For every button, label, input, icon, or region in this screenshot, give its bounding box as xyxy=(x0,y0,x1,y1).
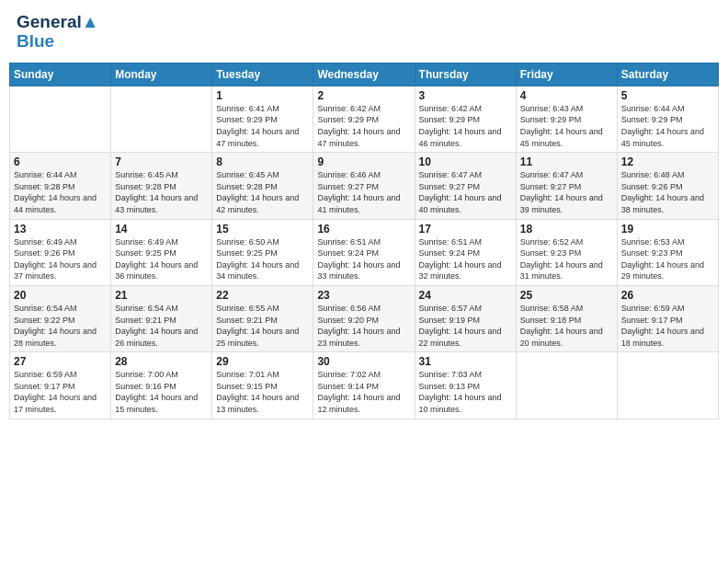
day-number: 14 xyxy=(115,223,208,236)
day-number: 29 xyxy=(216,355,309,368)
calendar-week-row: 20Sunrise: 6:54 AM Sunset: 9:22 PM Dayli… xyxy=(10,285,719,351)
day-number: 7 xyxy=(115,155,208,168)
day-number: 21 xyxy=(115,289,208,302)
calendar-week-row: 13Sunrise: 6:49 AM Sunset: 9:26 PM Dayli… xyxy=(10,219,719,285)
day-info: Sunrise: 6:51 AM Sunset: 9:24 PM Dayligh… xyxy=(317,236,410,282)
day-info: Sunrise: 6:47 AM Sunset: 9:27 PM Dayligh… xyxy=(419,169,512,215)
day-number: 23 xyxy=(317,289,410,302)
day-number: 10 xyxy=(419,155,512,168)
calendar-day-cell: 22Sunrise: 6:55 AM Sunset: 9:21 PM Dayli… xyxy=(212,285,313,351)
calendar-day-cell: 4Sunrise: 6:43 AM Sunset: 9:29 PM Daylig… xyxy=(516,86,617,152)
calendar-day-cell: 29Sunrise: 7:01 AM Sunset: 9:15 PM Dayli… xyxy=(212,352,313,419)
logo-text-blue: Blue xyxy=(17,32,99,52)
logo: General▲ Blue xyxy=(17,13,99,52)
day-info: Sunrise: 7:03 AM Sunset: 9:13 PM Dayligh… xyxy=(419,369,512,415)
day-number: 22 xyxy=(216,289,309,302)
day-of-week-header: Tuesday xyxy=(212,63,313,86)
day-info: Sunrise: 6:44 AM Sunset: 9:28 PM Dayligh… xyxy=(14,169,107,215)
day-of-week-header: Friday xyxy=(516,63,617,86)
day-info: Sunrise: 6:56 AM Sunset: 9:20 PM Dayligh… xyxy=(317,303,410,349)
day-number: 26 xyxy=(621,289,714,302)
day-of-week-header: Monday xyxy=(111,63,212,86)
day-number: 9 xyxy=(317,155,410,168)
calendar-day-cell: 16Sunrise: 6:51 AM Sunset: 9:24 PM Dayli… xyxy=(313,219,415,285)
day-info: Sunrise: 7:02 AM Sunset: 9:14 PM Dayligh… xyxy=(317,369,410,415)
calendar-table: SundayMondayTuesdayWednesdayThursdayFrid… xyxy=(9,63,719,419)
page-header: General▲ Blue xyxy=(9,9,719,55)
day-number: 19 xyxy=(621,223,714,236)
day-info: Sunrise: 6:45 AM Sunset: 9:28 PM Dayligh… xyxy=(115,169,208,215)
calendar-day-cell: 23Sunrise: 6:56 AM Sunset: 9:20 PM Dayli… xyxy=(313,285,415,351)
day-info: Sunrise: 6:54 AM Sunset: 9:21 PM Dayligh… xyxy=(115,303,208,349)
day-number: 20 xyxy=(14,289,107,302)
day-info: Sunrise: 6:49 AM Sunset: 9:26 PM Dayligh… xyxy=(14,236,107,282)
day-number: 11 xyxy=(520,155,613,168)
day-number: 6 xyxy=(14,155,107,168)
day-info: Sunrise: 6:51 AM Sunset: 9:24 PM Dayligh… xyxy=(419,236,512,282)
calendar-day-cell: 8Sunrise: 6:45 AM Sunset: 9:28 PM Daylig… xyxy=(212,153,313,219)
day-info: Sunrise: 6:57 AM Sunset: 9:19 PM Dayligh… xyxy=(419,303,512,349)
calendar-day-cell: 13Sunrise: 6:49 AM Sunset: 9:26 PM Dayli… xyxy=(10,219,111,285)
day-info: Sunrise: 6:44 AM Sunset: 9:29 PM Dayligh… xyxy=(621,103,714,149)
day-number: 5 xyxy=(621,89,714,102)
day-info: Sunrise: 7:01 AM Sunset: 9:15 PM Dayligh… xyxy=(216,369,309,415)
day-info: Sunrise: 7:00 AM Sunset: 9:16 PM Dayligh… xyxy=(115,369,208,415)
day-number: 2 xyxy=(317,89,410,102)
day-number: 1 xyxy=(216,89,309,102)
day-info: Sunrise: 6:41 AM Sunset: 9:29 PM Dayligh… xyxy=(216,103,309,149)
day-number: 17 xyxy=(419,223,512,236)
calendar-week-row: 1Sunrise: 6:41 AM Sunset: 9:29 PM Daylig… xyxy=(10,86,719,152)
day-info: Sunrise: 6:47 AM Sunset: 9:27 PM Dayligh… xyxy=(520,169,613,215)
day-info: Sunrise: 6:54 AM Sunset: 9:22 PM Dayligh… xyxy=(14,303,107,349)
calendar-day-cell: 17Sunrise: 6:51 AM Sunset: 9:24 PM Dayli… xyxy=(415,219,516,285)
day-info: Sunrise: 6:59 AM Sunset: 9:17 PM Dayligh… xyxy=(621,303,714,349)
calendar-day-cell: 28Sunrise: 7:00 AM Sunset: 9:16 PM Dayli… xyxy=(111,352,212,419)
calendar-day-cell: 10Sunrise: 6:47 AM Sunset: 9:27 PM Dayli… xyxy=(415,153,516,219)
calendar-week-row: 6Sunrise: 6:44 AM Sunset: 9:28 PM Daylig… xyxy=(10,153,719,219)
day-info: Sunrise: 6:42 AM Sunset: 9:29 PM Dayligh… xyxy=(317,103,410,149)
day-info: Sunrise: 6:50 AM Sunset: 9:25 PM Dayligh… xyxy=(216,236,309,282)
day-number: 3 xyxy=(419,89,512,102)
calendar-day-cell: 30Sunrise: 7:02 AM Sunset: 9:14 PM Dayli… xyxy=(313,352,415,419)
day-number: 4 xyxy=(520,89,613,102)
calendar-day-cell xyxy=(111,86,212,152)
day-info: Sunrise: 6:55 AM Sunset: 9:21 PM Dayligh… xyxy=(216,303,309,349)
calendar-day-cell: 2Sunrise: 6:42 AM Sunset: 9:29 PM Daylig… xyxy=(313,86,415,152)
calendar-header-row: SundayMondayTuesdayWednesdayThursdayFrid… xyxy=(10,63,719,86)
day-number: 16 xyxy=(317,223,410,236)
day-info: Sunrise: 6:53 AM Sunset: 9:23 PM Dayligh… xyxy=(621,236,714,282)
calendar-day-cell: 3Sunrise: 6:42 AM Sunset: 9:29 PM Daylig… xyxy=(415,86,516,152)
day-info: Sunrise: 6:43 AM Sunset: 9:29 PM Dayligh… xyxy=(520,103,613,149)
calendar-day-cell xyxy=(10,86,111,152)
day-number: 28 xyxy=(115,355,208,368)
day-info: Sunrise: 6:52 AM Sunset: 9:23 PM Dayligh… xyxy=(520,236,613,282)
calendar-week-row: 27Sunrise: 6:59 AM Sunset: 9:17 PM Dayli… xyxy=(10,352,719,419)
calendar-day-cell: 7Sunrise: 6:45 AM Sunset: 9:28 PM Daylig… xyxy=(111,153,212,219)
calendar-day-cell: 24Sunrise: 6:57 AM Sunset: 9:19 PM Dayli… xyxy=(415,285,516,351)
day-info: Sunrise: 6:42 AM Sunset: 9:29 PM Dayligh… xyxy=(419,103,512,149)
calendar-day-cell: 5Sunrise: 6:44 AM Sunset: 9:29 PM Daylig… xyxy=(617,86,718,152)
day-info: Sunrise: 6:58 AM Sunset: 9:18 PM Dayligh… xyxy=(520,303,613,349)
calendar-day-cell: 27Sunrise: 6:59 AM Sunset: 9:17 PM Dayli… xyxy=(10,352,111,419)
day-number: 18 xyxy=(520,223,613,236)
calendar-day-cell: 6Sunrise: 6:44 AM Sunset: 9:28 PM Daylig… xyxy=(10,153,111,219)
day-info: Sunrise: 6:48 AM Sunset: 9:26 PM Dayligh… xyxy=(621,169,714,215)
day-info: Sunrise: 6:45 AM Sunset: 9:28 PM Dayligh… xyxy=(216,169,309,215)
calendar-day-cell: 11Sunrise: 6:47 AM Sunset: 9:27 PM Dayli… xyxy=(516,153,617,219)
day-number: 31 xyxy=(419,355,512,368)
day-number: 24 xyxy=(419,289,512,302)
day-of-week-header: Sunday xyxy=(10,63,111,86)
day-info: Sunrise: 6:59 AM Sunset: 9:17 PM Dayligh… xyxy=(14,369,107,415)
day-number: 8 xyxy=(216,155,309,168)
calendar-day-cell: 14Sunrise: 6:49 AM Sunset: 9:25 PM Dayli… xyxy=(111,219,212,285)
calendar-day-cell xyxy=(617,352,718,419)
calendar-day-cell: 12Sunrise: 6:48 AM Sunset: 9:26 PM Dayli… xyxy=(617,153,718,219)
calendar-day-cell: 20Sunrise: 6:54 AM Sunset: 9:22 PM Dayli… xyxy=(10,285,111,351)
calendar-day-cell: 9Sunrise: 6:46 AM Sunset: 9:27 PM Daylig… xyxy=(313,153,415,219)
calendar-day-cell: 21Sunrise: 6:54 AM Sunset: 9:21 PM Dayli… xyxy=(111,285,212,351)
day-number: 15 xyxy=(216,223,309,236)
day-of-week-header: Thursday xyxy=(415,63,516,86)
calendar-day-cell: 25Sunrise: 6:58 AM Sunset: 9:18 PM Dayli… xyxy=(516,285,617,351)
calendar-day-cell: 1Sunrise: 6:41 AM Sunset: 9:29 PM Daylig… xyxy=(212,86,313,152)
day-number: 13 xyxy=(14,223,107,236)
